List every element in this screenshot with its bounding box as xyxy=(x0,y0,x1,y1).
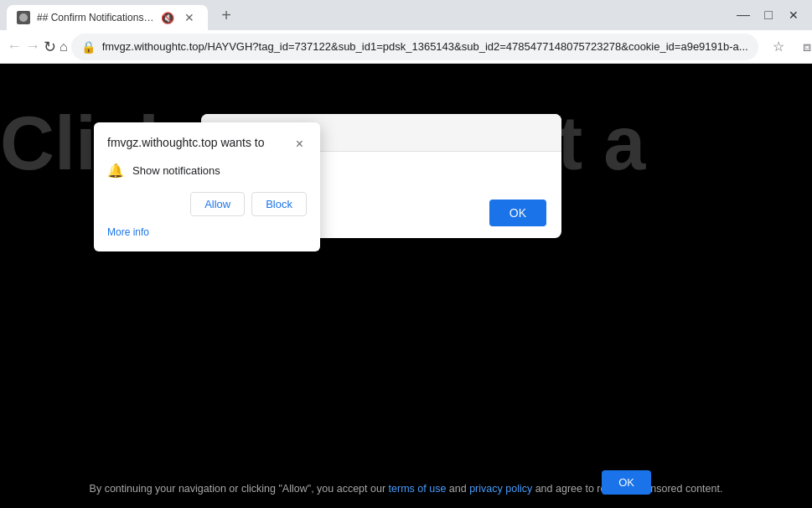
page-content: Click... u are not a fmvgz.withoughtc.to… xyxy=(0,64,812,508)
tab-close-button[interactable]: ✕ xyxy=(181,9,198,26)
bottom-ok-button[interactable]: OK xyxy=(602,470,651,495)
alert-ok-button[interactable]: OK xyxy=(489,200,546,226)
notif-action-buttons: Allow Block xyxy=(107,192,307,216)
notif-item: 🔔 Show notifications xyxy=(107,163,307,179)
tab-bar: ## Confirm Notifications ## 🔇 ✕ + — □ ✕ xyxy=(0,0,812,30)
bookmark-button[interactable]: ☆ xyxy=(765,34,792,60)
extensions-button[interactable]: ⧈ xyxy=(794,34,812,60)
back-button[interactable]: ← xyxy=(7,34,22,60)
window-controls: — □ ✕ xyxy=(732,3,805,27)
bell-icon: 🔔 xyxy=(107,163,124,179)
active-tab[interactable]: ## Confirm Notifications ## 🔇 ✕ xyxy=(7,5,208,30)
footer-text-before: By continuing your navigation or clickin… xyxy=(90,483,389,495)
notif-item-label: Show notifications xyxy=(132,164,220,177)
notif-dialog-title: fmvgz.withoughtc.top wants to xyxy=(107,136,265,149)
more-info-link[interactable]: More info xyxy=(107,226,307,238)
minimize-button[interactable]: — xyxy=(732,3,755,27)
block-button[interactable]: Block xyxy=(251,192,307,216)
tab-mute-icon[interactable]: 🔇 xyxy=(161,12,174,24)
maximize-button[interactable]: □ xyxy=(757,3,780,27)
notif-dialog-header: fmvgz.withoughtc.top wants to × xyxy=(107,136,307,153)
browser-toolbar: ← → ↻ ⌂ 🔒 fmvgz.withoughtc.top/HAYVGH?ta… xyxy=(0,30,812,64)
tab-favicon xyxy=(17,11,30,24)
lock-icon: 🔒 xyxy=(81,40,96,54)
footer-middle: and xyxy=(446,483,469,495)
tab-title: ## Confirm Notifications ## xyxy=(37,12,154,23)
page-footer: By continuing your navigation or clickin… xyxy=(0,469,812,508)
terms-link[interactable]: terms of use xyxy=(389,483,447,495)
allow-button[interactable]: Allow xyxy=(190,192,245,216)
close-window-button[interactable]: ✕ xyxy=(782,3,805,27)
toolbar-actions: ☆ ⧈ ○ ⋮ xyxy=(765,34,812,60)
new-tab-button[interactable]: + xyxy=(215,3,238,27)
forward-button[interactable]: → xyxy=(25,34,40,60)
browser-frame: ## Confirm Notifications ## 🔇 ✕ + — □ ✕ … xyxy=(0,0,812,508)
url-text: fmvgz.withoughtc.top/HAYVGH?tag_id=73712… xyxy=(102,40,748,53)
reload-button[interactable]: ↻ xyxy=(44,34,56,60)
home-button[interactable]: ⌂ xyxy=(59,34,68,60)
notification-permission-dialog: fmvgz.withoughtc.top wants to × 🔔 Show n… xyxy=(94,122,320,251)
privacy-link[interactable]: privacy policy xyxy=(469,483,532,495)
notif-close-button[interactable]: × xyxy=(292,136,307,153)
address-bar[interactable]: 🔒 fmvgz.withoughtc.top/HAYVGH?tag_id=737… xyxy=(71,34,758,60)
